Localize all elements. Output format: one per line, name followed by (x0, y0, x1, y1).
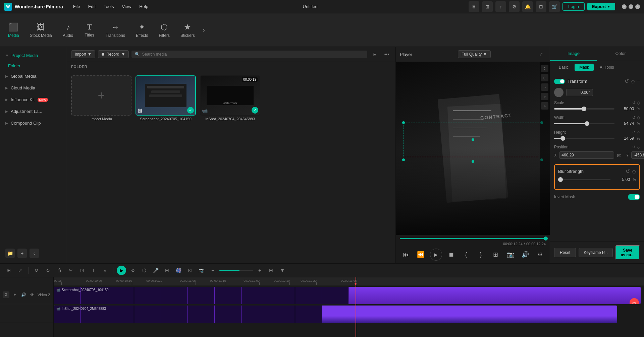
quality-select[interactable]: Full Quality ▼ (458, 50, 491, 58)
volume-button[interactable]: 🔊 (520, 249, 531, 260)
save-as-button[interactable]: Save as cu... (615, 245, 640, 260)
settings2-button[interactable]: ⚙ (535, 249, 545, 260)
preview-expand-icon[interactable]: ⤢ (536, 50, 546, 59)
search-bar[interactable]: 🔍 (131, 51, 367, 58)
menu-file[interactable]: File (70, 3, 84, 10)
filter-button[interactable]: ⊟ (370, 50, 379, 59)
play-button[interactable]: ▶ (430, 249, 442, 261)
tl-magnet-btn[interactable]: ⤢ (15, 266, 25, 275)
tl-minus-btn[interactable]: − (208, 266, 217, 275)
side-btn-1[interactable]: ⟩ (541, 65, 548, 72)
side-btn-3[interactable]: ○ (541, 83, 548, 91)
layout-button[interactable]: ⊞ (490, 249, 501, 260)
scale-reset-icon[interactable]: ↺ (632, 100, 636, 105)
invert-mask-toggle[interactable] (628, 194, 640, 200)
new-folder-button[interactable]: 📁 (5, 249, 15, 258)
tl-shield-btn[interactable]: ⬡ (140, 266, 149, 275)
tl-split-btn[interactable]: ⊠ (185, 266, 195, 275)
track-volume-btn[interactable]: 🔊 (20, 291, 27, 298)
media-item-inshot[interactable]: 00:00:12 Watermark 📹 ✓ InShot_20240704_2… (200, 75, 260, 259)
side-btn-5[interactable]: ○ (541, 102, 548, 110)
settings-icon[interactable]: ⚙ (509, 1, 520, 12)
y-input[interactable]: -453.80 (631, 151, 644, 159)
tl-effect-btn[interactable]: 🎆 (174, 266, 183, 275)
tool-filters[interactable]: ⬡ Filters (153, 20, 175, 41)
apps-icon[interactable]: ⊞ (536, 1, 546, 12)
tool-media[interactable]: ⬛ Media (3, 20, 24, 41)
height-reset-icon[interactable]: ↺ (632, 130, 636, 135)
menu-edit[interactable]: Edit (85, 3, 99, 10)
transform-toggle[interactable] (554, 79, 565, 84)
rotation-dial[interactable] (554, 88, 564, 97)
scale-slider[interactable] (554, 108, 614, 110)
blur-diamond-icon[interactable]: ◇ (632, 168, 636, 175)
media-thumb-screenshot[interactable]: 🖼 ✓ (136, 75, 196, 116)
subtab-ai-tools[interactable]: AI Tools (595, 64, 619, 71)
preview-progress-bar[interactable] (400, 238, 546, 239)
tl-grid-view-btn[interactable]: ⊞ (266, 266, 276, 275)
transform-collapse-icon[interactable]: − (637, 78, 640, 84)
video-track-2[interactable]: 📹 InShot_20240704_2M545883 (54, 306, 617, 323)
width-reset-icon[interactable]: ↺ (632, 115, 636, 120)
scale-diamond-icon[interactable]: ◇ (637, 100, 640, 105)
shop-icon[interactable]: 🛒 (549, 1, 560, 12)
snapshot-button[interactable]: 📷 (505, 249, 516, 260)
monitor-icon[interactable]: 🖥 (469, 1, 479, 12)
sidebar-folder[interactable]: Folder (0, 61, 67, 70)
tl-plus-btn[interactable]: + (255, 266, 264, 275)
maximize-button[interactable]: □ (629, 4, 633, 9)
tl-mic-btn[interactable]: 🎤 (151, 266, 160, 275)
blur-reset-icon[interactable]: ↺ (626, 168, 630, 175)
mark-in-button[interactable]: { (461, 249, 472, 260)
upload-icon[interactable]: ↑ (495, 1, 506, 12)
tl-delete-btn[interactable]: 🗑 (55, 266, 64, 275)
video-track-1[interactable]: 📹 Screenshot_20240705_104150 ✂ (54, 287, 641, 304)
keyframe-button[interactable]: Keyframe P... (579, 248, 612, 257)
tl-settings3-btn[interactable]: ⚙ (128, 266, 138, 275)
sidebar-item-cloud-media[interactable]: ▶ Cloud Media (0, 82, 67, 94)
login-button[interactable]: Login (562, 2, 585, 11)
collapse-button[interactable]: ‹ (30, 249, 39, 258)
more-button[interactable]: ••• (382, 50, 391, 59)
tl-text-btn[interactable]: T (89, 266, 98, 275)
alert-icon[interactable]: 🔔 (522, 1, 533, 12)
tl-play2-btn[interactable]: ▶ (117, 266, 126, 275)
sidebar-item-compound-clip[interactable]: ▶ Compound Clip (0, 117, 67, 129)
sidebar-item-project-media[interactable]: ▼ Project Media (0, 50, 67, 61)
tl-screenshot-btn[interactable]: 📷 (197, 266, 206, 275)
tool-stock[interactable]: 🖼 Stock Media (24, 20, 57, 41)
step-back-button[interactable]: ⏪ (415, 249, 426, 260)
position-diamond-icon[interactable]: ◇ (637, 145, 640, 149)
grid-icon[interactable]: ⊞ (482, 1, 493, 12)
import-button[interactable]: Import ▼ (71, 50, 95, 58)
media-item-screenshot[interactable]: 🖼 ✓ Screenshot_20240705_104150 (136, 75, 196, 259)
tool-effects[interactable]: ✦ Effects (130, 20, 153, 41)
tab-color[interactable]: Color (597, 47, 644, 61)
track-add-btn[interactable]: + (11, 291, 18, 298)
tool-titles[interactable]: T Titles (79, 20, 100, 40)
media-thumb-inshot[interactable]: 00:00:12 Watermark 📹 ✓ (200, 75, 260, 116)
tl-expand-btn[interactable]: » (100, 266, 110, 275)
tl-crop-btn[interactable]: ⊡ (77, 266, 87, 275)
height-diamond-icon[interactable]: ◇ (637, 130, 640, 135)
close-button[interactable]: × (635, 4, 640, 9)
tl-layer-btn[interactable]: ⊟ (162, 266, 172, 275)
import-media-thumb[interactable]: + (71, 75, 131, 116)
rotation-input[interactable]: 0.00° (566, 89, 593, 96)
stop-button[interactable]: ⏹ (446, 249, 457, 260)
tl-layout-btn[interactable]: ⊞ (4, 266, 13, 275)
tab-image[interactable]: Image (550, 47, 597, 61)
minimize-button[interactable]: − (622, 4, 627, 9)
width-diamond-icon[interactable]: ◇ (637, 115, 640, 120)
toolbar-expand-button[interactable]: › (200, 24, 208, 36)
tool-audio[interactable]: ♪ Audio (57, 20, 79, 41)
scissors-button[interactable]: ✂ (630, 298, 639, 304)
menu-view[interactable]: View (118, 3, 135, 10)
menu-help[interactable]: Help (136, 3, 152, 10)
sidebar-item-adjustment[interactable]: ▶ Adjustment La... (0, 106, 67, 117)
tool-transitions[interactable]: ↔ Transitions (100, 20, 130, 41)
mark-out-button[interactable]: } (476, 249, 486, 260)
height-slider[interactable] (554, 138, 614, 139)
side-btn-4[interactable]: ○ (541, 93, 548, 100)
subtab-basic[interactable]: Basic (554, 64, 573, 71)
